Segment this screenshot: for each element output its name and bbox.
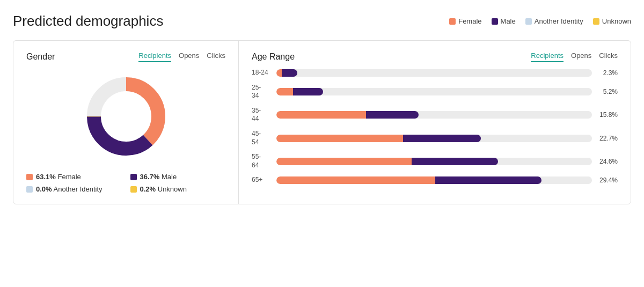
- age-panel-title: Age Range: [252, 52, 295, 62]
- female-dot: [26, 174, 33, 180]
- age-rows: 18-24 2.3% 25-34 5.2%: [252, 69, 618, 185]
- male-pct: 36.7% Male: [140, 173, 177, 181]
- legend-dot-2: [525, 18, 532, 25]
- bar-female-18-24: [276, 69, 282, 77]
- age-label-55-64: 55-64: [252, 153, 271, 170]
- gender-tab-group: Recipients Opens Clicks: [138, 51, 225, 62]
- legend-label-3: Unknown: [602, 17, 631, 25]
- legend-label-1: Male: [501, 17, 516, 25]
- age-bar-track-55-64: [276, 158, 592, 165]
- legend-item-male: Male: [492, 17, 516, 25]
- age-label-25-34: 25-34: [252, 84, 271, 100]
- legend-item-another-identity: Another Identity: [525, 17, 583, 25]
- age-tab-recipients[interactable]: Recipients: [531, 51, 564, 62]
- age-pct-55-64: 24.6%: [597, 158, 618, 165]
- gender-legend-another: 0.0% Another Identity: [26, 185, 122, 193]
- age-label-18-24: 18-24: [252, 69, 271, 77]
- age-pct-65plus: 29.4%: [597, 176, 618, 184]
- age-pct-25-34: 5.2%: [597, 88, 618, 95]
- gender-legend-male: 36.7% Male: [130, 173, 226, 181]
- age-bar-track-25-34: [276, 88, 592, 95]
- gender-legend-female: 63.1% Female: [26, 173, 122, 181]
- gender-panel: Gender Recipients Opens Clicks: [13, 41, 239, 204]
- donut-container: [26, 71, 225, 162]
- bar-male-55-64: [412, 158, 498, 165]
- gender-tab-opens[interactable]: Opens: [179, 51, 199, 62]
- age-tab-group: Recipients Opens Clicks: [531, 51, 618, 62]
- legend-label-2: Another Identity: [535, 17, 583, 25]
- legend-dot-3: [593, 18, 599, 25]
- age-tab-clicks[interactable]: Clicks: [599, 51, 618, 62]
- bar-male-35-44: [366, 111, 419, 119]
- bar-female-45-54: [276, 135, 403, 142]
- bar-male-65plus: [435, 176, 541, 184]
- donut-chart: [80, 71, 172, 162]
- bar-male-18-24: [282, 69, 297, 77]
- main-card: Gender Recipients Opens Clicks: [13, 40, 631, 204]
- another-dot: [26, 186, 33, 193]
- bar-female-65plus: [276, 176, 435, 184]
- age-pct-35-44: 15.8%: [597, 111, 618, 119]
- global-legend: FemaleMaleAnother IdentityUnknown: [449, 17, 631, 25]
- legend-dot-0: [449, 18, 456, 25]
- age-pct-45-54: 22.7%: [597, 135, 618, 142]
- unknown-dot: [130, 186, 137, 193]
- legend-dot-1: [492, 18, 498, 25]
- male-dot: [130, 174, 137, 180]
- bar-female-55-64: [276, 158, 412, 165]
- age-row-45-54: 45-54 22.7%: [252, 130, 618, 146]
- legend-item-unknown: Unknown: [593, 17, 631, 25]
- page-title: Predicted demographics: [13, 13, 163, 30]
- gender-tab-clicks[interactable]: Clicks: [207, 51, 225, 62]
- gender-legend: 63.1% Female 36.7% Male 0.0% Another Ide…: [26, 173, 225, 193]
- age-row-35-44: 35-44 15.8%: [252, 107, 618, 123]
- age-bar-track-65plus: [276, 176, 592, 184]
- age-panel: Age Range Recipients Opens Clicks 18-24 …: [239, 41, 631, 204]
- bar-female-35-44: [276, 111, 366, 119]
- gender-panel-title: Gender: [26, 52, 55, 62]
- another-pct: 0.0% Another Identity: [36, 185, 103, 193]
- bar-female-25-34: [276, 88, 293, 95]
- age-row-18-24: 18-24 2.3%: [252, 69, 618, 77]
- legend-label-0: Female: [458, 17, 481, 25]
- age-tab-opens[interactable]: Opens: [571, 51, 591, 62]
- gender-tab-recipients[interactable]: Recipients: [138, 51, 171, 62]
- age-pct-18-24: 2.3%: [597, 69, 618, 77]
- age-row-55-64: 55-64 24.6%: [252, 153, 618, 170]
- age-bar-track-45-54: [276, 135, 592, 142]
- gender-legend-unknown: 0.2% Unknown: [130, 185, 226, 193]
- age-label-65plus: 65+: [252, 176, 271, 185]
- age-label-35-44: 35-44: [252, 107, 271, 123]
- age-bar-track-35-44: [276, 111, 592, 119]
- age-row-65plus: 65+ 29.4%: [252, 176, 618, 185]
- legend-item-female: Female: [449, 17, 481, 25]
- unknown-pct: 0.2% Unknown: [140, 185, 187, 193]
- female-pct: 63.1% Female: [36, 173, 81, 181]
- age-bar-track-18-24: [276, 69, 592, 77]
- age-label-45-54: 45-54: [252, 130, 271, 146]
- bar-male-45-54: [403, 135, 481, 142]
- age-row-25-34: 25-34 5.2%: [252, 84, 618, 100]
- bar-male-25-34: [293, 88, 324, 95]
